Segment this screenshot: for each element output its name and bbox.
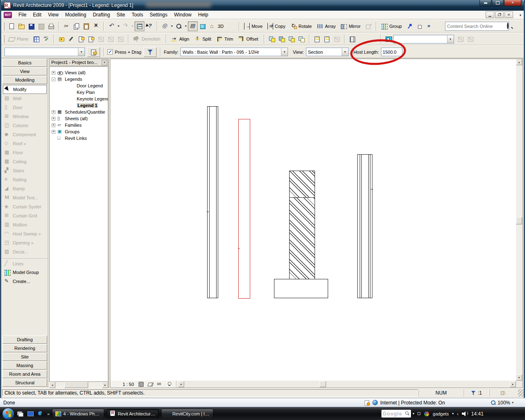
internet-explorer-icon[interactable] — [37, 411, 44, 417]
horizontal-scrollbar[interactable] — [184, 381, 510, 387]
wall-join-button-2[interactable] — [277, 34, 287, 44]
cut-button[interactable] — [62, 21, 71, 31]
design-bar-item[interactable]: Ramp — [2, 184, 48, 193]
undo-dropdown[interactable]: ▾ — [118, 24, 119, 28]
taskbar-window-button[interactable]: 4 - Windows Photo ... — [52, 409, 104, 419]
design-bar-item[interactable]: Door — [2, 103, 48, 112]
design-bar-item[interactable]: Ceiling — [2, 157, 48, 166]
mdi-close-button[interactable]: ✕ — [504, 11, 513, 18]
move-button[interactable]: Move — [242, 21, 265, 31]
match-type-button[interactable] — [66, 34, 76, 44]
scroll-down-icon[interactable]: ▾ — [516, 374, 522, 381]
paste-button[interactable] — [81, 21, 91, 31]
array-button[interactable]: Array — [315, 21, 338, 31]
show-desktop-icon[interactable] — [17, 411, 23, 417]
scroll-left-icon[interactable]: ◂ — [178, 381, 184, 387]
rotate-button[interactable]: Rotate — [288, 21, 315, 31]
design-bar-item[interactable]: Stairs — [2, 166, 48, 175]
save-button[interactable] — [26, 21, 36, 31]
design-bar-item[interactable]: Railing — [2, 175, 48, 184]
toolbar-more-button[interactable] — [425, 21, 434, 31]
project-browser-toggle-button[interactable] — [135, 21, 144, 31]
design-bar-item[interactable]: Modify — [3, 85, 47, 94]
offset-button[interactable]: Offset — [236, 34, 261, 44]
tree-item[interactable]: + Sheets (all) — [50, 115, 108, 122]
search-icon[interactable] — [507, 23, 509, 29]
quicklaunch-overflow-icon[interactable]: » — [47, 411, 50, 416]
taskbar-clock[interactable]: 14:41 — [471, 411, 484, 417]
design-bar-tab[interactable]: Rendering — [2, 344, 47, 352]
wall-section-4[interactable] — [357, 154, 372, 298]
type-selector-combo[interactable]: ▾ — [5, 48, 85, 56]
press-drag-checkbox[interactable]: ✓ — [107, 49, 113, 55]
toolbar-grip[interactable] — [3, 22, 5, 30]
design-bar-item[interactable]: Curtain Syster — [2, 202, 48, 211]
taskbar-window-button[interactable]: Revit Architecture 2... — [107, 409, 159, 419]
tree-item[interactable]: Legend 1 — [50, 102, 108, 109]
zoom-dropdown[interactable]: ▾ — [185, 24, 187, 28]
scroll-right-icon[interactable]: ▸ — [102, 382, 108, 388]
gadgets-dropdown-icon[interactable]: ▾ — [452, 412, 454, 415]
deskbar-dropdown-icon[interactable]: ▾ — [413, 412, 414, 415]
design-bar-item[interactable]: Decal... — [2, 247, 48, 256]
wall-section-hatched-upper[interactable] — [289, 171, 315, 198]
context-help-button[interactable] — [144, 21, 154, 31]
design-bar-item[interactable]: Floor — [2, 148, 48, 157]
copy-button[interactable] — [71, 21, 81, 31]
design-bar-tab[interactable]: Massing — [2, 361, 47, 370]
deskbar-box-icon[interactable] — [418, 412, 420, 415]
menu-overflow-icon[interactable]: ▾ — [519, 13, 521, 17]
wall-section-selected[interactable] — [238, 119, 250, 299]
google-search-deskbar[interactable]: Google — [381, 410, 411, 418]
notification-chevron-icon[interactable]: ‹ — [457, 411, 459, 416]
volume-icon[interactable] — [462, 411, 468, 416]
menu-item[interactable]: Help — [195, 11, 212, 19]
hide-isolate-glasses-icon[interactable] — [157, 381, 162, 387]
taskbar-window-button[interactable]: RevitCity.com | Inter... — [161, 409, 213, 419]
family-combo[interactable]: Walls : Basic Wall : Partn - 095 - 1/2Hr… — [180, 48, 288, 56]
wheel-dropdown[interactable]: ▾ — [171, 24, 173, 28]
design-bar-item[interactable]: Wall — [2, 94, 48, 103]
tree-expand-toggle[interactable]: + — [52, 123, 55, 127]
switch-windows-icon[interactable] — [27, 411, 34, 417]
start-button[interactable] — [2, 408, 14, 420]
design-bar-item[interactable]: Model Group — [2, 268, 48, 277]
close-button[interactable]: ✕ — [504, 0, 521, 6]
delete-button[interactable] — [91, 21, 101, 31]
host-length-input[interactable] — [381, 48, 402, 56]
design-bar-item[interactable]: Roof » — [2, 139, 48, 148]
ie-zoom-control[interactable]: 100% ▾ — [491, 400, 514, 406]
tree-item[interactable]: + Views (all) — [50, 69, 108, 76]
tree-item[interactable]: Revit Links — [50, 135, 108, 142]
tree-item[interactable]: Door Legend — [50, 82, 108, 89]
mdi-minimize-button[interactable] — [486, 11, 494, 18]
filter-button[interactable] — [144, 47, 157, 57]
close-icon[interactable]: ✕ — [102, 60, 107, 65]
scrollbar-thumb[interactable] — [516, 217, 522, 224]
search-icon[interactable] — [405, 411, 410, 416]
scroll-up-icon[interactable]: ▴ — [516, 59, 522, 65]
tree-expand-toggle[interactable]: - — [52, 78, 55, 81]
pin-button[interactable] — [405, 21, 415, 31]
tree-expand-toggle[interactable]: + — [52, 71, 55, 75]
scroll-left-icon[interactable]: ◂ — [49, 382, 55, 388]
scroll-right-icon[interactable]: ▸ — [510, 381, 516, 387]
cut-geometry-button[interactable] — [86, 34, 96, 44]
menu-item[interactable]: Tools — [128, 11, 146, 19]
edit-cut-profile-button[interactable] — [312, 34, 322, 44]
design-bar-tab[interactable]: Drafting — [2, 336, 47, 344]
selection-filter-indicator[interactable]: :1 — [463, 389, 489, 397]
menu-item[interactable]: View — [45, 11, 62, 19]
design-bar-item[interactable]: Mullion — [2, 220, 48, 229]
align-button[interactable]: Align — [169, 34, 192, 44]
open-button[interactable] — [16, 21, 26, 31]
3d-view-button[interactable]: 3D — [208, 21, 226, 31]
group-button[interactable]: Group — [379, 21, 405, 31]
chevron-down-icon[interactable]: ▾ — [447, 35, 454, 43]
new-button[interactable] — [7, 21, 16, 31]
chevron-down-icon[interactable]: ▾ — [281, 48, 288, 56]
design-options-button[interactable] — [383, 34, 393, 44]
wall-join-button-4[interactable] — [297, 34, 306, 44]
chevron-down-icon[interactable]: ▾ — [342, 48, 348, 56]
design-bar-item[interactable]: Component — [2, 130, 48, 139]
